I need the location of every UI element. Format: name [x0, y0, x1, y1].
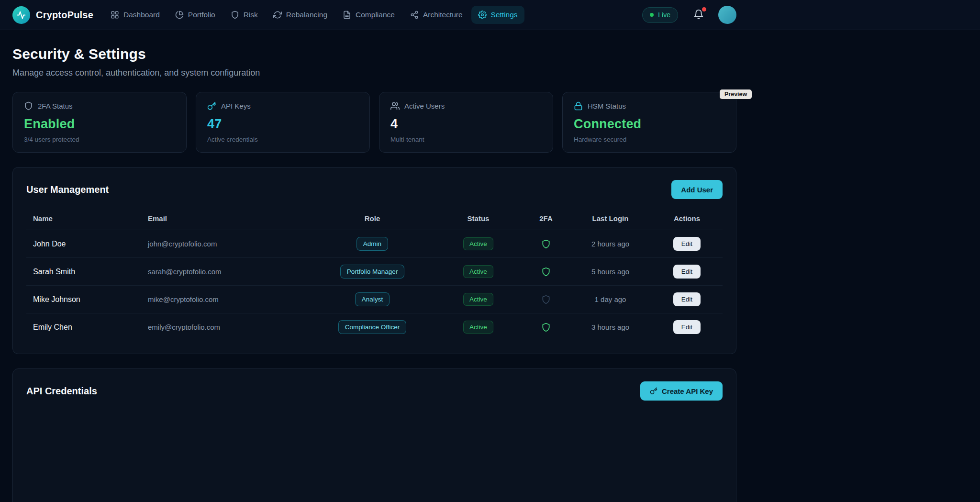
edit-user-button[interactable]: Edit — [673, 292, 701, 306]
status-badge: Active — [463, 321, 493, 334]
live-status-badge: Live — [642, 7, 678, 23]
last-login: 2 hours ago — [572, 240, 648, 248]
pie-chart-icon — [175, 11, 184, 19]
user-email: john@cryptofolio.com — [141, 240, 308, 248]
user-table: Name Email Role Status 2FA Last Login Ac… — [26, 210, 723, 341]
column-header-email: Email — [141, 214, 308, 223]
users-icon — [390, 101, 400, 111]
last-login: 3 hours ago — [572, 323, 648, 331]
user-name: Sarah Smith — [26, 268, 141, 276]
notifications-button[interactable] — [692, 8, 705, 22]
nav-item-compliance[interactable]: Compliance — [336, 6, 401, 24]
stat-subtext: Hardware secured — [574, 136, 725, 143]
stat-label: Active Users — [404, 102, 445, 110]
stat-value: 4 — [390, 117, 542, 132]
stat-subtext: 3/4 users protected — [24, 136, 175, 143]
stat-card-hsm-status: HSM Status Connected Hardware secured — [562, 92, 736, 153]
main-nav-menu: Dashboard Portfolio Risk Rebalancing Com… — [104, 6, 524, 24]
stat-label: HSM Status — [588, 102, 626, 110]
shield-icon — [24, 101, 33, 111]
nav-label: Dashboard — [123, 11, 160, 19]
stat-value: 47 — [207, 117, 358, 132]
user-avatar[interactable] — [718, 6, 736, 24]
file-text-icon — [343, 11, 351, 19]
nav-label: Settings — [491, 11, 518, 19]
api-credentials-panel: API Credentials Create API Key — [12, 368, 736, 502]
grid-icon — [111, 11, 119, 19]
refresh-icon — [273, 11, 282, 19]
table-row: Sarah Smith sarah@cryptofolio.com Portfo… — [26, 258, 723, 286]
main-content: Security & Settings Manage access contro… — [0, 46, 749, 502]
nav-item-risk[interactable]: Risk — [224, 6, 265, 24]
role-badge: Analyst — [355, 292, 390, 306]
column-header-role: Role — [308, 214, 437, 223]
nav-label: Portfolio — [188, 11, 215, 19]
status-badge: Active — [463, 293, 493, 306]
gear-icon — [478, 11, 487, 19]
column-header-actions: Actions — [648, 214, 725, 223]
panel-title: User Management — [26, 184, 109, 195]
role-badge: Compliance Officer — [338, 320, 407, 334]
create-api-key-label: Create API Key — [662, 387, 713, 395]
network-icon — [410, 11, 419, 19]
nav-item-architecture[interactable]: Architecture — [403, 6, 469, 24]
user-email: mike@cryptofolio.com — [141, 295, 308, 303]
user-email: sarah@cryptofolio.com — [141, 268, 308, 276]
table-row: Emily Chen emily@cryptofolio.com Complia… — [26, 313, 723, 341]
stat-value: Connected — [574, 117, 725, 132]
column-header-last-login: Last Login — [572, 214, 648, 223]
edit-user-button[interactable]: Edit — [673, 265, 701, 279]
nav-item-portfolio[interactable]: Portfolio — [168, 6, 222, 24]
nav-label: Architecture — [423, 11, 463, 19]
nav-label: Risk — [244, 11, 258, 19]
column-header-2fa: 2FA — [520, 214, 572, 223]
stat-label: 2FA Status — [38, 102, 73, 110]
stat-label: API Keys — [221, 102, 251, 110]
add-user-label: Add User — [681, 186, 713, 194]
edit-user-button[interactable]: Edit — [673, 320, 701, 334]
brand-logo[interactable]: CryptoPulse — [12, 6, 93, 24]
stat-card-2fa-status: 2FA Status Enabled 3/4 users protected — [12, 92, 187, 153]
twofa-shield-icon — [541, 323, 551, 332]
nav-label: Rebalancing — [286, 11, 327, 19]
page-title: Security & Settings — [12, 46, 736, 62]
table-row: Mike Johnson mike@cryptofolio.com Analys… — [26, 286, 723, 313]
brand-name: CryptoPulse — [36, 10, 93, 21]
shield-icon — [231, 11, 239, 19]
nav-item-rebalancing[interactable]: Rebalancing — [267, 6, 334, 24]
top-nav: CryptoPulse Dashboard Portfolio Risk Reb… — [0, 0, 980, 30]
notification-dot — [702, 7, 706, 11]
user-name: John Doe — [26, 240, 141, 248]
stat-card-api-keys: API Keys 47 Active credentials — [196, 92, 370, 153]
table-header-row: Name Email Role Status 2FA Last Login Ac… — [26, 210, 723, 230]
column-header-name: Name — [26, 214, 141, 223]
column-header-status: Status — [437, 214, 520, 223]
table-row: John Doe john@cryptofolio.com Admin Acti… — [26, 230, 723, 258]
edit-user-button[interactable]: Edit — [673, 237, 701, 251]
twofa-shield-icon — [541, 267, 551, 277]
role-badge: Portfolio Manager — [340, 265, 405, 279]
twofa-shield-icon — [541, 295, 551, 304]
nav-label: Compliance — [356, 11, 395, 19]
status-badge: Active — [463, 237, 493, 250]
preview-badge[interactable]: Preview — [720, 89, 752, 99]
last-login: 1 day ago — [572, 295, 648, 303]
nav-item-settings[interactable]: Settings — [471, 6, 524, 24]
create-api-key-button[interactable]: Create API Key — [640, 381, 723, 401]
page-subtitle: Manage access control, authentication, a… — [12, 68, 736, 78]
last-login: 5 hours ago — [572, 268, 648, 276]
nav-item-dashboard[interactable]: Dashboard — [104, 6, 167, 24]
user-email: emily@cryptofolio.com — [141, 323, 308, 331]
twofa-shield-icon — [541, 239, 551, 249]
stat-card-active-users: Active Users 4 Multi-tenant — [379, 92, 553, 153]
user-management-panel: User Management Add User Name Email Role… — [12, 167, 736, 354]
user-name: Emily Chen — [26, 323, 141, 332]
live-dot-icon — [650, 13, 654, 17]
stat-subtext: Active credentials — [207, 136, 358, 143]
logo-activity-icon — [12, 6, 30, 24]
add-user-button[interactable]: Add User — [671, 180, 723, 199]
status-badge: Active — [463, 265, 493, 278]
lock-icon — [574, 101, 583, 111]
key-icon — [650, 387, 657, 395]
stat-subtext: Multi-tenant — [390, 136, 542, 143]
